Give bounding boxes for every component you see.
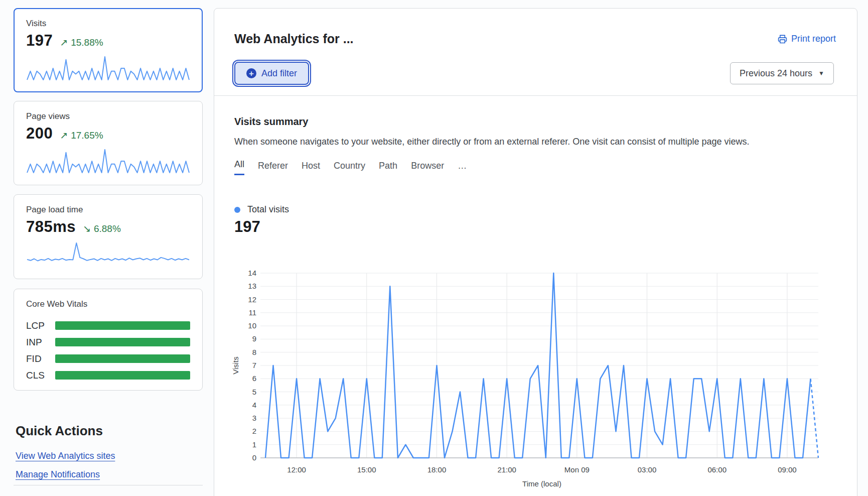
- legend-label: Total visits: [247, 204, 289, 215]
- legend-dot-icon: [234, 207, 240, 213]
- tab-[interactable]: …: [458, 161, 467, 175]
- svg-text:9: 9: [252, 334, 256, 343]
- total-visits-value: 197: [234, 218, 260, 236]
- svg-text:09:00: 09:00: [778, 465, 797, 474]
- printer-icon: [778, 34, 787, 44]
- cwv-score-bar: [55, 371, 190, 380]
- add-filter-button[interactable]: + Add filter: [234, 62, 309, 85]
- svg-text:06:00: 06:00: [707, 465, 727, 474]
- svg-text:11: 11: [248, 308, 256, 317]
- cwv-score-bar: [55, 321, 190, 330]
- cwv-row: INP: [26, 334, 190, 350]
- page-views-sparkline: [26, 148, 190, 174]
- svg-text:21:00: 21:00: [497, 465, 516, 474]
- trend-down-icon: ↘: [83, 223, 91, 234]
- stat-card-value: 197: [26, 32, 53, 50]
- cwv-metric-label: FID: [26, 353, 55, 364]
- stat-card-label: Page load time: [26, 205, 190, 215]
- dimension-tabs: AllRefererHostCountryPathBrowser…: [234, 159, 467, 175]
- visits-summary-description: When someone navigates to your website, …: [234, 137, 749, 147]
- svg-text:18:00: 18:00: [427, 465, 447, 474]
- plus-circle-icon: +: [246, 68, 256, 78]
- print-report-label: Print report: [791, 34, 836, 44]
- stat-card-page-views[interactable]: Page views 200 ↗17.65%: [14, 101, 203, 185]
- visits-line-chart: 0123456789101112131412:0015:0018:0021:00…: [221, 236, 853, 496]
- stat-card-label: Page views: [26, 111, 190, 121]
- trend-up-icon: ↗: [60, 130, 68, 141]
- stat-card-delta: ↗15.88%: [60, 37, 103, 48]
- svg-text:15:00: 15:00: [357, 465, 376, 474]
- quick-action-link[interactable]: View Web Analytics sites: [16, 451, 115, 461]
- stat-card-page-load-time[interactable]: Page load time 785ms ↘6.88%: [14, 194, 203, 279]
- stat-card-value: 785ms: [26, 218, 76, 236]
- svg-text:12:00: 12:00: [287, 465, 306, 474]
- tab-browser[interactable]: Browser: [411, 161, 444, 175]
- visits-sparkline: [26, 55, 190, 81]
- visits-summary-title: Visits summary: [234, 116, 309, 128]
- add-filter-label: Add filter: [261, 68, 297, 79]
- stat-card-visits[interactable]: Visits 197 ↗15.88%: [14, 8, 203, 92]
- svg-text:7: 7: [252, 361, 256, 369]
- quick-action-link[interactable]: Manage Notifications: [16, 469, 115, 480]
- cwv-metric-label: INP: [26, 337, 55, 348]
- svg-text:Mon 09: Mon 09: [564, 465, 590, 474]
- tab-referer[interactable]: Referer: [258, 161, 288, 175]
- svg-text:Time (local): Time (local): [522, 479, 561, 488]
- svg-text:12: 12: [248, 295, 256, 304]
- svg-text:03:00: 03:00: [638, 465, 657, 474]
- chevron-down-icon: ▼: [818, 70, 824, 77]
- svg-text:10: 10: [248, 321, 256, 330]
- core-web-vitals-label: Core Web Vitals: [26, 299, 190, 309]
- core-web-vitals-rows: LCPINPFIDCLS: [26, 317, 190, 384]
- cwv-metric-label: LCP: [26, 320, 55, 331]
- svg-text:0: 0: [252, 453, 256, 462]
- delta-percent: 15.88%: [71, 37, 103, 48]
- cwv-score-bar: [55, 338, 190, 346]
- svg-text:Visits: Visits: [231, 356, 240, 375]
- page-title: Web Analytics for ...: [234, 32, 354, 46]
- tab-country[interactable]: Country: [334, 161, 365, 175]
- sidebar-divider: [14, 485, 203, 485]
- svg-text:2: 2: [252, 427, 256, 435]
- trend-up-icon: ↗: [60, 37, 68, 48]
- stat-card-delta: ↗17.65%: [60, 130, 103, 141]
- print-report-link[interactable]: Print report: [778, 34, 836, 44]
- cwv-metric-label: CLS: [26, 370, 55, 381]
- svg-text:6: 6: [252, 374, 256, 383]
- tab-path[interactable]: Path: [379, 161, 397, 175]
- quick-actions-title: Quick Actions: [16, 423, 103, 439]
- time-range-dropdown[interactable]: Previous 24 hours ▼: [730, 62, 834, 84]
- tab-host[interactable]: Host: [302, 161, 320, 175]
- main-panel: Web Analytics for ... Print report + Add…: [214, 8, 857, 496]
- svg-text:3: 3: [252, 414, 256, 422]
- tab-all[interactable]: All: [234, 159, 244, 175]
- svg-text:5: 5: [252, 388, 256, 396]
- page-load-sparkline: [26, 241, 190, 267]
- svg-text:1: 1: [252, 440, 256, 449]
- time-range-value: Previous 24 hours: [740, 68, 812, 79]
- cwv-row: LCP: [26, 317, 190, 334]
- core-web-vitals-card: Core Web Vitals LCPINPFIDCLS: [14, 289, 203, 391]
- cwv-row: FID: [26, 350, 190, 367]
- sidebar: Visits 197 ↗15.88% Page views 200 ↗17.65…: [14, 0, 203, 496]
- cwv-row: CLS: [26, 367, 190, 384]
- stat-card-label: Visits: [26, 19, 190, 29]
- web-analytics-dashboard: Visits 197 ↗15.88% Page views 200 ↗17.65…: [0, 0, 868, 496]
- header-divider: [214, 95, 857, 96]
- cwv-score-bar: [55, 354, 190, 363]
- svg-text:4: 4: [252, 401, 256, 409]
- delta-percent: 6.88%: [94, 223, 121, 234]
- svg-text:13: 13: [248, 282, 256, 290]
- svg-text:14: 14: [248, 269, 256, 277]
- stat-card-value: 200: [26, 125, 53, 143]
- quick-actions-links: View Web Analytics sitesManage Notificat…: [16, 451, 115, 480]
- svg-text:8: 8: [252, 348, 256, 356]
- delta-percent: 17.65%: [71, 130, 103, 141]
- stat-card-delta: ↘6.88%: [83, 223, 121, 234]
